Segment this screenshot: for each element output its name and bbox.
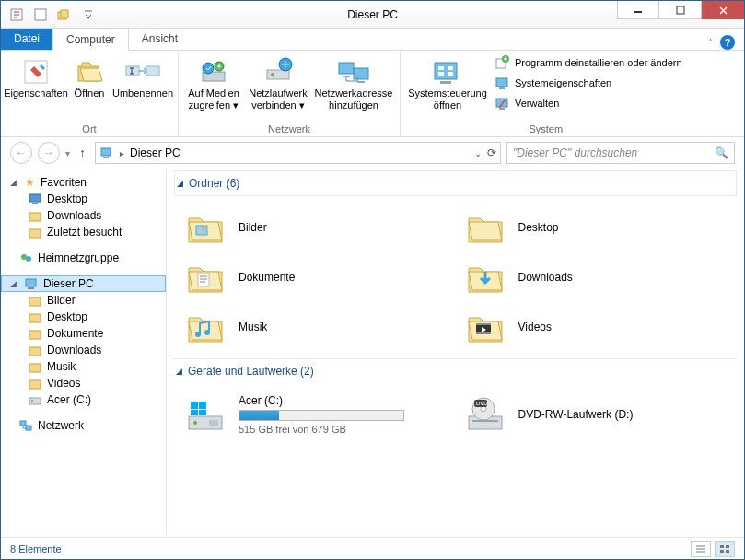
refresh-icon[interactable]: ⟳ <box>487 146 496 159</box>
help-icon[interactable]: ? <box>720 35 735 50</box>
file-tab[interactable]: Datei <box>1 28 52 50</box>
nav-favorites[interactable]: ◢★Favoriten <box>1 174 166 191</box>
svg-rect-51 <box>196 226 207 235</box>
add-network-location-button[interactable]: Netzwerkadresse hinzufügen <box>313 52 394 115</box>
maximize-button[interactable] <box>659 1 702 19</box>
minimize-button[interactable] <box>617 1 659 19</box>
network-icon <box>19 419 32 432</box>
svg-rect-64 <box>191 410 198 415</box>
manage-button[interactable]: Verwalten <box>491 93 686 113</box>
drive-icon <box>29 393 41 406</box>
svg-rect-63 <box>199 402 206 409</box>
details-view-button[interactable] <box>691 541 711 557</box>
svg-rect-57 <box>476 323 491 325</box>
svg-rect-32 <box>103 157 109 158</box>
window-title: Dieser PC <box>347 8 398 21</box>
group-header-drives[interactable]: ◢Geräte und Laufwerke (2) <box>174 358 737 383</box>
folder-desktop[interactable]: Desktop <box>465 207 727 248</box>
navigation-pane: ◢★Favoriten Desktop Downloads Zuletzt be… <box>1 169 167 537</box>
tab-computer[interactable]: Computer <box>52 29 129 51</box>
svg-rect-62 <box>191 402 198 409</box>
desktop-icon <box>29 192 41 205</box>
svg-rect-46 <box>29 380 41 389</box>
map-network-drive-button[interactable]: Netzlaufwerk verbinden ▾ <box>245 52 311 115</box>
control-panel-button[interactable]: Systemsteuerung öffnen <box>406 52 489 115</box>
nav-pc-documents[interactable]: Dokumente <box>1 325 166 342</box>
folder-music[interactable]: Musik <box>185 307 447 347</box>
tab-view[interactable]: Ansicht <box>129 28 191 50</box>
nav-fav-desktop[interactable]: Desktop <box>1 191 166 207</box>
qat-undo-icon[interactable] <box>54 5 75 25</box>
search-input[interactable]: "Dieser PC" durchsuchen 🔍 <box>506 142 735 164</box>
nav-network[interactable]: Netzwerk <box>1 417 166 434</box>
nav-pc-downloads[interactable]: Downloads <box>1 342 166 358</box>
drive-c[interactable]: Acer (C:) 515 GB frei von 679 GB <box>185 394 447 435</box>
ribbon: Eigenschaften Öffnen Umbenennen Ort Auf … <box>1 51 744 137</box>
nav-pc-pictures[interactable]: Bilder <box>1 292 166 309</box>
control-panel-icon <box>431 56 464 88</box>
svg-rect-12 <box>267 70 289 79</box>
drive-space-bar <box>239 410 404 421</box>
back-button[interactable]: ← <box>10 142 32 164</box>
uninstall-program-button[interactable]: Programm deinstallieren oder ändern <box>491 52 686 73</box>
nav-homegroup[interactable]: Heimnetzgruppe <box>1 250 166 266</box>
forward-button[interactable]: → <box>38 142 60 164</box>
qat-customize-dropdown-icon[interactable] <box>78 5 99 25</box>
nav-pc-music[interactable]: Musik <box>1 358 166 375</box>
access-media-button[interactable]: Auf Medien zugreifen ▾ <box>184 52 243 115</box>
collapse-icon[interactable]: ◢ <box>176 367 182 376</box>
svg-rect-65 <box>199 410 206 415</box>
rename-button[interactable]: Umbenennen <box>113 52 172 103</box>
search-icon[interactable]: 🔍 <box>715 146 728 159</box>
nav-pc-desktop[interactable]: Desktop <box>1 309 166 325</box>
group-header-folders[interactable]: ◢Ordner (6) <box>174 170 737 196</box>
documents-folder-icon <box>29 327 41 340</box>
open-button[interactable]: Öffnen <box>67 52 111 103</box>
address-dropdown-icon[interactable]: ⌄ <box>474 148 482 158</box>
svg-rect-39 <box>26 279 36 286</box>
tiles-view-button[interactable] <box>715 541 735 557</box>
content-pane: ◢Ordner (6) Bilder Desktop Dokumente Dow… <box>167 169 744 537</box>
collapse-icon[interactable]: ◢ <box>10 279 19 288</box>
window-controls <box>617 9 744 19</box>
drive-d[interactable]: DVD DVD-RW-Laufwerk (D:) <box>465 394 727 435</box>
properties-button[interactable]: Eigenschaften <box>6 52 65 103</box>
nav-thispc[interactable]: ◢Dieser PC <box>1 275 166 292</box>
ribbon-tab-row: Datei Computer Ansicht ˄ ? <box>1 29 744 51</box>
close-button[interactable] <box>702 1 744 19</box>
folder-videos[interactable]: Videos <box>465 307 727 347</box>
svg-rect-73 <box>726 545 729 548</box>
svg-point-48 <box>31 400 33 402</box>
nav-fav-recent[interactable]: Zuletzt besucht <box>1 224 166 240</box>
navigation-bar: ← → ▾ ↑ ▸ Dieser PC ⌄ ⟳ "Dieser PC" durc… <box>1 137 744 169</box>
breadcrumb-dropdown-icon[interactable]: ▸ <box>120 148 124 158</box>
svg-rect-35 <box>29 213 41 221</box>
qat-new-folder-icon[interactable] <box>30 5 51 25</box>
videos-icon <box>465 307 506 347</box>
documents-icon <box>185 257 226 298</box>
nav-fav-downloads[interactable]: Downloads <box>1 207 166 224</box>
address-bar[interactable]: ▸ Dieser PC ⌄ ⟳ <box>95 142 501 164</box>
ribbon-collapse-icon[interactable]: ˄ <box>708 38 713 48</box>
desktop-folder-icon <box>29 310 41 323</box>
folder-downloads[interactable]: Downloads <box>465 257 727 298</box>
breadcrumb-thispc[interactable]: Dieser PC <box>130 146 180 159</box>
folder-pictures[interactable]: Bilder <box>185 207 447 248</box>
qat-properties-icon[interactable] <box>6 5 27 25</box>
svg-point-60 <box>193 421 197 425</box>
svg-rect-74 <box>720 550 724 553</box>
svg-point-10 <box>203 63 214 74</box>
drive-fill <box>239 411 279 420</box>
nav-pc-videos[interactable]: Videos <box>1 375 166 391</box>
recent-locations-dropdown-icon[interactable]: ▾ <box>65 148 70 158</box>
uninstall-icon <box>495 55 509 70</box>
collapse-icon[interactable]: ◢ <box>10 178 19 187</box>
folder-documents[interactable]: Dokumente <box>185 257 447 298</box>
svg-rect-43 <box>29 331 41 339</box>
up-button[interactable]: ↑ <box>76 146 89 160</box>
svg-rect-50 <box>26 426 31 430</box>
collapse-icon[interactable]: ◢ <box>177 179 183 188</box>
system-properties-button[interactable]: Systemeigenschaften <box>491 73 686 93</box>
title-bar: Dieser PC <box>1 1 744 29</box>
nav-pc-acer[interactable]: Acer (C:) <box>1 391 166 408</box>
